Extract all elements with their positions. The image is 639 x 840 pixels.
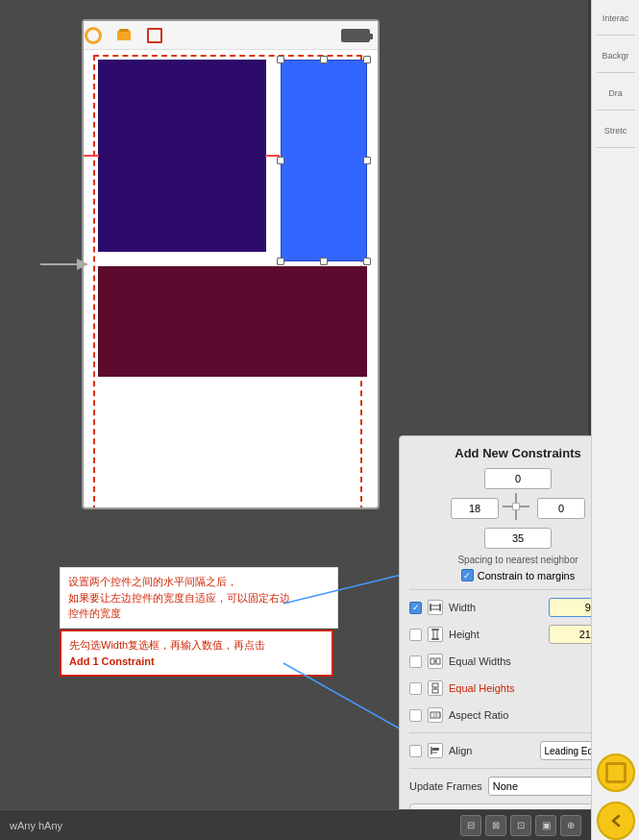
height-checkbox[interactable] (409, 629, 422, 641)
aspect-ratio-icon: 16:9 (428, 707, 443, 723)
bottom-align-icon-3[interactable]: ⊡ (510, 815, 531, 836)
annotation-box-2: 先勾选Width复选框，再输入数值，再点击 Add 1 Constraint (60, 630, 333, 677)
bottom-bar: wAny hAny ⊟ ⊠ ⊡ ▣ ⊕ (0, 809, 591, 840)
align-label: Align (449, 745, 534, 756)
handle-bot-mid[interactable] (320, 258, 328, 265)
sidebar-divider-4 (597, 147, 635, 148)
frame-toolbar (84, 21, 378, 50)
constrain-margins-label: Constrain to margins (478, 570, 576, 581)
spacing-top-input[interactable] (484, 468, 552, 489)
svg-text:16:9: 16:9 (432, 712, 441, 718)
handle-bot-left[interactable] (277, 258, 284, 265)
width-label: Width (449, 602, 543, 613)
bottom-align-icon-1[interactable]: ⊟ (460, 815, 481, 836)
svg-rect-16 (432, 683, 438, 687)
bottom-right-icons: ⊟ ⊠ ⊡ ▣ ⊕ (460, 815, 581, 836)
update-frames-label: Update Frames (409, 780, 482, 792)
yellow-chevron-button[interactable] (597, 802, 635, 840)
equal-widths-icon (428, 654, 443, 669)
stretch-label: Stretc (604, 126, 627, 136)
red-box-icon-toolbar[interactable] (145, 26, 164, 45)
svg-rect-14 (436, 658, 440, 664)
handle-top-right[interactable] (363, 56, 371, 63)
background-label: Backgr (602, 51, 628, 61)
height-icon (428, 627, 443, 642)
spacing-bottom-input[interactable] (484, 528, 552, 549)
bottom-align-icon-2[interactable]: ⊠ (485, 815, 506, 836)
handle-top-mid[interactable] (320, 56, 328, 63)
canvas-area: 设置两个控件之间的水平间隔之后， 如果要让左边控件的宽度自适应，可以固定右边 控… (0, 0, 588, 840)
equal-widths-checkbox[interactable] (409, 655, 422, 668)
sidebar-divider-1 (597, 35, 635, 36)
dark-red-rect[interactable] (98, 266, 367, 377)
svg-marker-3 (77, 259, 88, 270)
canvas-content (84, 50, 378, 507)
svg-rect-23 (432, 752, 437, 754)
blue-rect[interactable] (281, 60, 367, 261)
svg-rect-7 (430, 605, 440, 609)
height-label: Height (449, 629, 543, 640)
orange-3d-icon-toolbar[interactable] (114, 26, 134, 45)
handle-mid-left[interactable] (277, 157, 284, 164)
bottom-refresh-icon[interactable]: ⊕ (560, 815, 581, 836)
yellow-square-button[interactable] (597, 754, 635, 792)
spacing-left-input[interactable] (451, 498, 499, 519)
handle-bot-right[interactable] (363, 258, 371, 265)
sidebar-divider-3 (597, 110, 635, 111)
purple-rect[interactable] (98, 60, 266, 252)
battery-icon (341, 29, 370, 42)
width-checkbox[interactable]: ✓ (409, 602, 422, 614)
handle-top-left[interactable] (277, 56, 284, 63)
draw-label: Dra (608, 88, 623, 98)
bottom-align-icon-4[interactable]: ▣ (535, 815, 556, 836)
size-class-label: wAny hAny (10, 820, 62, 831)
align-checkbox[interactable] (409, 745, 422, 757)
blue-rect-container (281, 60, 367, 261)
svg-rect-0 (117, 31, 131, 40)
svg-rect-22 (432, 748, 439, 751)
annotation-box-1: 设置两个控件之间的水平间隔之后， 如果要让左边控件的宽度自适应，可以固定右边 控… (60, 567, 338, 629)
width-icon (428, 600, 443, 615)
constraint-line-h-left (84, 155, 99, 157)
spacing-cross-icon (503, 493, 533, 524)
spacing-right-input[interactable] (537, 498, 585, 519)
sidebar-divider-2 (597, 72, 635, 73)
svg-rect-1 (119, 29, 129, 32)
iphone-frame (82, 19, 380, 509)
right-arrow (40, 255, 88, 277)
right-sidebar: Interac Backgr Dra Stretc (591, 0, 639, 840)
handle-mid-right[interactable] (363, 157, 371, 164)
constrain-margins-checkbox[interactable]: ✓ (461, 569, 474, 581)
svg-rect-13 (430, 658, 434, 664)
interact-label: Interac (602, 13, 629, 23)
equal-heights-icon (428, 680, 443, 696)
align-icon (428, 743, 443, 758)
svg-rect-10 (433, 630, 437, 639)
aspect-ratio-checkbox[interactable] (409, 709, 422, 722)
equal-heights-checkbox[interactable] (409, 682, 422, 695)
svg-rect-17 (432, 689, 438, 693)
orange-circle-icon-toolbar[interactable] (84, 26, 103, 45)
